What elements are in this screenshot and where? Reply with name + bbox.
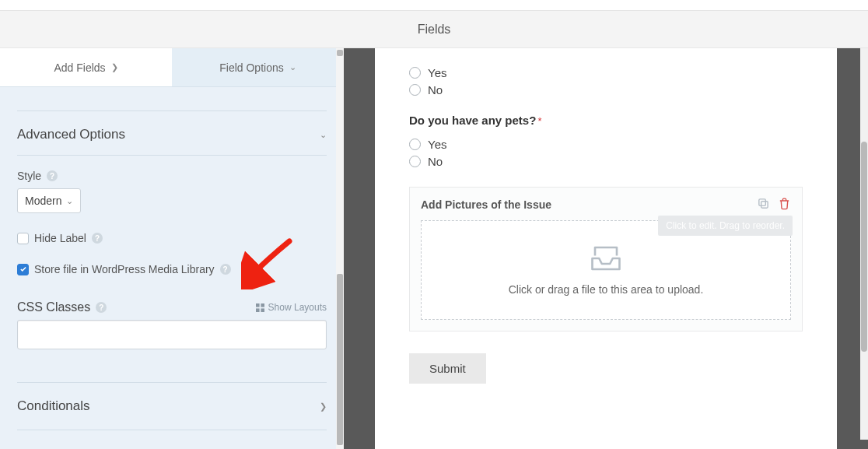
- help-icon[interactable]: ?: [47, 170, 58, 181]
- submit-button[interactable]: Submit: [409, 353, 486, 384]
- radio-option[interactable]: Yes: [409, 138, 803, 151]
- help-icon[interactable]: ?: [96, 302, 107, 313]
- radio-icon: [409, 84, 421, 96]
- style-label: Style: [17, 170, 41, 182]
- inbox-icon: [590, 244, 622, 272]
- radio-label: No: [428, 83, 443, 96]
- canvas-scrollbar[interactable]: [860, 48, 868, 440]
- radio-icon: [409, 139, 421, 150]
- chevron-down-icon: ⌄: [289, 62, 296, 72]
- divider: [17, 430, 327, 430]
- conditionals-title: Conditionals: [17, 398, 90, 414]
- required-asterisk: *: [537, 115, 541, 127]
- top-toolbar-gap: [0, 0, 868, 11]
- css-classes-label: CSS Classes: [17, 300, 90, 314]
- upload-field-label: Add Pictures of the Issue: [421, 198, 551, 211]
- help-icon[interactable]: ?: [92, 233, 103, 244]
- trash-icon[interactable]: [778, 197, 791, 212]
- media-library-checkbox[interactable]: [17, 264, 29, 275]
- accordion-conditionals[interactable]: Conditionals ❯: [17, 397, 327, 416]
- tab-field-options-label: Field Options: [219, 61, 283, 74]
- radio-option[interactable]: Yes: [409, 66, 803, 79]
- upload-field-block[interactable]: Add Pictures of the Issue Click to edit.…: [409, 187, 803, 331]
- accordion-title: Advanced Options: [17, 127, 125, 142]
- svg-rect-1: [261, 303, 264, 307]
- svg-rect-2: [256, 308, 260, 312]
- modal-header: Fields: [0, 11, 868, 48]
- chevron-right-icon: ❯: [111, 62, 118, 72]
- form-canvas: Yes No Do you have any pets?* Yes No: [375, 48, 837, 449]
- divider: [17, 110, 327, 111]
- show-layouts-link[interactable]: Show Layouts: [256, 302, 327, 313]
- chevron-right-icon: ❯: [320, 402, 327, 412]
- media-library-text: Store file in WordPress Media Library: [34, 263, 215, 275]
- left-panel: Add Fields ❯ Field Options ⌄ Advanced Op…: [0, 48, 344, 449]
- help-icon[interactable]: ?: [220, 264, 231, 275]
- radio-option[interactable]: No: [409, 83, 803, 96]
- radio-icon: [409, 67, 421, 79]
- accordion-advanced-options[interactable]: Advanced Options ⌄: [17, 125, 327, 144]
- left-scrollbar[interactable]: [336, 48, 344, 449]
- divider: [17, 382, 327, 383]
- style-select-value: Modern: [25, 195, 61, 207]
- tab-add-fields[interactable]: Add Fields ❯: [0, 48, 172, 86]
- radio-label: Yes: [428, 138, 446, 151]
- scrollbar-thumb[interactable]: [861, 142, 867, 352]
- radio-label: Yes: [428, 66, 446, 79]
- grid-icon: [256, 303, 264, 312]
- radio-option[interactable]: No: [409, 155, 803, 168]
- divider: [17, 155, 327, 156]
- submit-button-label: Submit: [429, 362, 466, 375]
- chevron-down-icon: ⌄: [66, 196, 73, 206]
- radio-label: No: [428, 155, 443, 168]
- style-select[interactable]: Modern ⌄: [17, 188, 81, 213]
- svg-rect-3: [261, 308, 264, 312]
- scrollbar-thumb[interactable]: [337, 274, 343, 445]
- svg-rect-0: [256, 303, 260, 307]
- question-label: Do you have any pets?*: [409, 114, 803, 127]
- scroll-arrow-up-icon[interactable]: [337, 50, 343, 56]
- dropzone-text: Click or drag a file to this area to upl…: [509, 283, 704, 296]
- radio-icon: [409, 156, 421, 167]
- question-text: Do you have any pets?: [409, 114, 536, 127]
- show-layouts-text: Show Layouts: [268, 302, 327, 313]
- hide-label-text: Hide Label: [34, 232, 86, 244]
- tab-field-options[interactable]: Field Options ⌄: [172, 48, 344, 86]
- panel-tabs: Add Fields ❯ Field Options ⌄: [0, 48, 344, 87]
- svg-rect-5: [759, 199, 766, 206]
- duplicate-icon[interactable]: [757, 197, 770, 212]
- chevron-down-icon: ⌄: [320, 130, 327, 140]
- modal-title: Fields: [418, 23, 451, 37]
- edit-hint-badge: Click to edit. Drag to reorder.: [658, 216, 793, 236]
- css-classes-input[interactable]: [17, 320, 327, 349]
- svg-rect-4: [761, 202, 768, 209]
- preview-area: Yes No Do you have any pets?* Yes No: [344, 48, 868, 449]
- panel-body: Advanced Options ⌄ Style ? Modern ⌄ Hide…: [0, 87, 344, 430]
- tab-add-fields-label: Add Fields: [54, 61, 105, 74]
- hide-label-checkbox[interactable]: [17, 233, 29, 244]
